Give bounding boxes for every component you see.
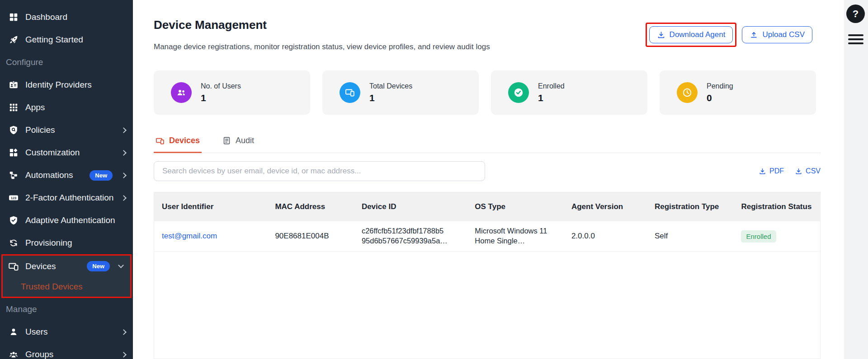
sidebar: Dashboard Getting Started Configure Iden…: [0, 0, 133, 359]
stat-label: Enrolled: [538, 82, 565, 90]
sidebar-item-label: Automations: [25, 170, 83, 180]
download-agent-annotation-box: Download Agent: [646, 23, 737, 47]
sidebar-item-label: Provisioning: [25, 238, 126, 248]
stat-cards: No. of Users 1 Total Devices 1 Enrolled …: [154, 70, 816, 115]
device-id-cell: c26ffcfb51f23dfbf1788b5 95d6b57667c59939…: [354, 226, 467, 246]
sidebar-item-label: Dashboard: [25, 12, 126, 22]
sidebar-item-label: Devices: [25, 261, 80, 271]
sidebar-item-users[interactable]: Users: [0, 321, 133, 343]
sidebar-item-customization[interactable]: Customization: [0, 141, 133, 164]
right-edge-panel: [844, 0, 868, 359]
export-pdf-link[interactable]: PDF: [759, 167, 784, 175]
column-header: MAC Address: [267, 202, 354, 211]
header-actions: Download Agent Upload CSV: [646, 23, 812, 47]
stat-value: 1: [538, 93, 565, 103]
table-toolbar: PDF CSV: [154, 161, 821, 181]
policy-shield-icon: [8, 125, 19, 135]
dashboard-icon: [8, 12, 19, 23]
column-header: Registration Type: [647, 202, 733, 211]
tab-label: Devices: [169, 136, 200, 145]
rocket-icon: [8, 34, 19, 45]
sidebar-item-dashboard[interactable]: Dashboard: [0, 6, 133, 28]
sidebar-item-label: Trusted Devices: [21, 282, 83, 292]
table-row[interactable]: test@gmail.com 90E8681E004B c26ffcfb51f2…: [154, 221, 820, 252]
download-icon: [795, 168, 802, 175]
devices-icon: [8, 261, 19, 272]
new-badge: New: [90, 170, 113, 181]
clock-stat-icon: [677, 82, 698, 103]
stat-label: Total Devices: [369, 82, 412, 90]
os-type-cell: Microsoft Windows 11 Home Single…: [467, 226, 564, 246]
123-icon: 123: [8, 192, 19, 203]
export-csv-label: CSV: [806, 167, 821, 175]
column-header: Agent Version: [564, 202, 647, 211]
download-agent-label: Download Agent: [670, 30, 726, 39]
upload-csv-button[interactable]: Upload CSV: [742, 26, 812, 43]
sidebar-item-label: Identity Providers: [25, 80, 126, 90]
stat-card-users: No. of Users 1: [154, 70, 310, 115]
devices-table: User Identifier MAC Address Device ID OS…: [154, 192, 821, 359]
apps-grid-icon: [8, 102, 19, 113]
sidebar-item-adaptive-authentication[interactable]: Adaptive Authentication: [0, 209, 133, 232]
hamburger-menu-icon[interactable]: [848, 34, 863, 44]
stat-value: 0: [707, 93, 733, 103]
sidebar-item-apps[interactable]: Apps: [0, 96, 133, 119]
download-agent-button[interactable]: Download Agent: [649, 26, 733, 43]
chevron-right-icon: [121, 173, 127, 178]
sync-icon: [8, 238, 19, 248]
upload-csv-label: Upload CSV: [762, 30, 805, 39]
sidebar-item-identity-providers[interactable]: Identity Providers: [0, 74, 133, 96]
sidebar-item-label: Customization: [25, 148, 115, 158]
sidebar-item-devices[interactable]: Devices New: [3, 256, 130, 277]
sidebar-item-automations[interactable]: Automations New: [0, 164, 133, 186]
sidebar-item-getting-started[interactable]: Getting Started: [0, 28, 133, 51]
stat-label: Pending: [707, 82, 733, 90]
new-badge: New: [87, 261, 110, 271]
sidebar-item-label: Policies: [25, 125, 115, 135]
audit-doc-icon: [222, 136, 231, 145]
column-header: Registration Status: [733, 202, 820, 211]
sidebar-item-policies[interactable]: Policies: [0, 119, 133, 141]
stat-value: 1: [201, 93, 241, 103]
chevron-right-icon: [121, 195, 127, 201]
stat-card-enrolled: Enrolled 1: [491, 70, 647, 115]
tab-devices[interactable]: Devices: [154, 132, 202, 153]
page-subtitle: Manage device registrations, monitor reg…: [154, 42, 490, 51]
user-identifier-cell[interactable]: test@gmail.com: [154, 232, 267, 241]
svg-text:123: 123: [11, 196, 17, 200]
search-input[interactable]: [154, 161, 485, 181]
sidebar-item-groups[interactable]: Groups: [0, 343, 133, 359]
users-stat-icon: [171, 82, 192, 103]
devices-tab-icon: [156, 136, 165, 145]
registration-type-cell: Self: [647, 232, 733, 241]
sidebar-item-provisioning[interactable]: Provisioning: [0, 232, 133, 254]
download-icon: [759, 168, 766, 175]
sidebar-item-trusted-devices[interactable]: Trusted Devices: [3, 277, 130, 297]
help-button[interactable]: ?: [846, 5, 865, 23]
export-links: PDF CSV: [759, 167, 821, 175]
stat-value: 1: [369, 93, 412, 103]
sidebar-item-label: Groups: [25, 350, 115, 359]
stat-label: No. of Users: [201, 82, 241, 90]
sidebar-item-label: Adaptive Authentication: [25, 215, 126, 225]
tab-bar: Devices Audit: [154, 132, 821, 153]
export-pdf-label: PDF: [769, 167, 784, 175]
page-title: Device Management: [154, 18, 267, 32]
device-stat-icon: [340, 82, 360, 103]
sidebar-section-manage: Manage: [0, 298, 133, 321]
download-icon: [657, 31, 665, 39]
agent-version-cell: 2.0.0.0: [564, 232, 647, 241]
sidebar-item-2fa[interactable]: 123 2-Factor Authentication: [0, 186, 133, 209]
user-icon: [8, 326, 19, 337]
chevron-right-icon: [121, 127, 127, 133]
table-header-row: User Identifier MAC Address Device ID OS…: [154, 192, 820, 221]
sidebar-item-label: 2-Factor Authentication: [25, 193, 115, 203]
column-header: OS Type: [467, 202, 564, 211]
chevron-right-icon: [121, 329, 127, 335]
tab-audit[interactable]: Audit: [221, 132, 256, 153]
tab-label: Audit: [236, 136, 254, 145]
export-csv-link[interactable]: CSV: [795, 167, 821, 175]
sidebar-item-label: Users: [25, 327, 115, 337]
id-badge-icon: [8, 79, 19, 90]
status-badge: Enrolled: [741, 230, 776, 242]
